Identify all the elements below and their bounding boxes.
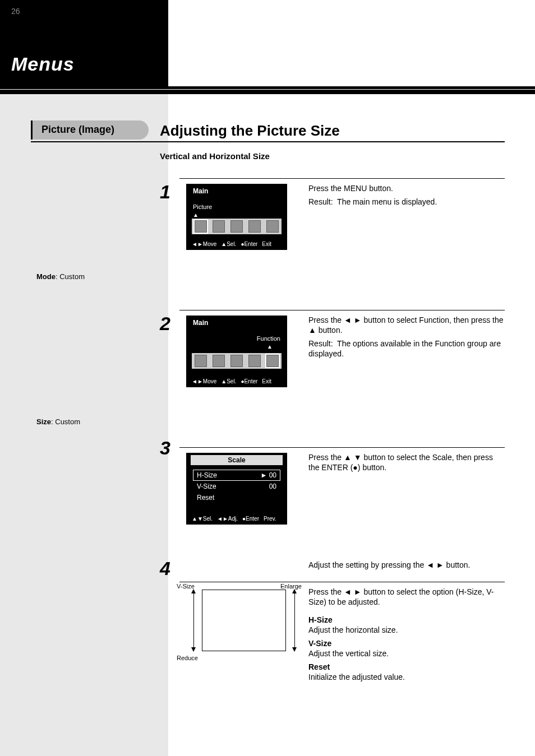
reset-entry: ResetInitialize the adjusted value. [308, 662, 505, 682]
screen-diagram [202, 590, 286, 651]
step-number: 4 [160, 558, 170, 579]
step-text-upper: Adjust the setting by pressing the ◄ ► b… [308, 560, 505, 571]
right-arrow [294, 590, 295, 651]
osd-item-hsize: H-Size► 00 [193, 470, 280, 481]
step-result: Result: The options available in the Fun… [308, 339, 505, 359]
header-divider [0, 86, 535, 94]
vsize-entry: V-SizeAdjust the vertical size. [308, 639, 505, 658]
step-text-head: Press the ◄ ► button to select the optio… [308, 587, 505, 607]
step-result: Result: The main menu is displayed. [308, 197, 505, 207]
section-pill-label: Picture (Image) [41, 124, 114, 136]
osd-scale-list: H-Size► 00 V-Size00 Reset [193, 470, 280, 503]
step-divider [179, 447, 505, 448]
osd-main-menu: Main Picture ▲ ◄►Move ▲Sel. ●Enter Exit [186, 184, 287, 250]
osd-bottom-row: ◄►Move ▲Sel. ●Enter Exit [192, 241, 282, 247]
step-divider [179, 178, 505, 179]
osd-scale-menu: Scale H-Size► 00 V-Size00 Reset ▲▼Sel. ◄… [186, 453, 287, 525]
hsize-entry: H-SizeAdjust the horizontal size. [308, 615, 505, 635]
osd-item-vsize: V-Size00 [193, 481, 280, 492]
osd-icon-picture [195, 355, 207, 367]
left-arrow [193, 590, 194, 651]
osd-icon-setup [248, 220, 261, 233]
osd-icon-function [266, 355, 279, 367]
step-number: 2 [160, 313, 170, 335]
osd-icon-strip [192, 353, 282, 369]
osd-icon-sound [213, 220, 225, 233]
osd-function-label: Function [257, 335, 280, 342]
step-divider [179, 310, 505, 310]
step-text: Press the MENU button. [308, 184, 505, 194]
osd-icon-channel [230, 355, 243, 367]
osd-icon-picture [195, 220, 207, 233]
heading-underline [31, 141, 505, 142]
left-arrow-bottom-label: Reduce [177, 655, 198, 661]
step-text: Press the ▲ ▼ button to select the Scale… [308, 453, 505, 472]
step-divider [179, 582, 505, 582]
cursor-up-icon: ▲ [193, 211, 199, 219]
osd-scale-title: Scale [191, 455, 283, 465]
osd-picture-label: Picture [193, 203, 212, 210]
size-label: Size: Custom [36, 418, 80, 426]
sidebar-background [0, 94, 168, 756]
osd-item-reset: Reset [193, 492, 280, 503]
left-arrow-top-label: V-Size [177, 583, 195, 590]
osd-bottom-row: ◄►Move ▲Sel. ●Enter Exit [192, 378, 282, 384]
osd-icon-strip [192, 219, 282, 234]
chapter-title: Menus [11, 53, 75, 75]
osd-icon-sound [213, 355, 225, 367]
osd-icon-function [266, 220, 279, 233]
page-number: 26 [11, 7, 20, 16]
osd-icon-channel [230, 220, 243, 233]
cursor-up-icon: ▲ [267, 342, 273, 350]
step-number: 3 [160, 437, 170, 459]
osd-title: Main [193, 187, 208, 195]
step-text: Press the ◄ ► button to select Function,… [308, 316, 505, 335]
osd-bottom-row: ▲▼Sel. ◄►Adj. ●Enter Prev. [192, 516, 282, 522]
osd-icon-setup [248, 355, 261, 367]
right-arrow-top-label: Enlarge [280, 583, 302, 590]
step-number: 1 [160, 181, 170, 203]
mode-label: Mode: Custom [36, 272, 85, 281]
osd-function-menu: Main Function ▲ ◄►Move ▲Sel. ●Enter Exit [186, 316, 287, 387]
page-heading: Adjusting the Picture Size [160, 122, 340, 140]
subheading: Vertical and Horizontal Size [160, 151, 270, 161]
osd-title: Main [193, 319, 208, 327]
